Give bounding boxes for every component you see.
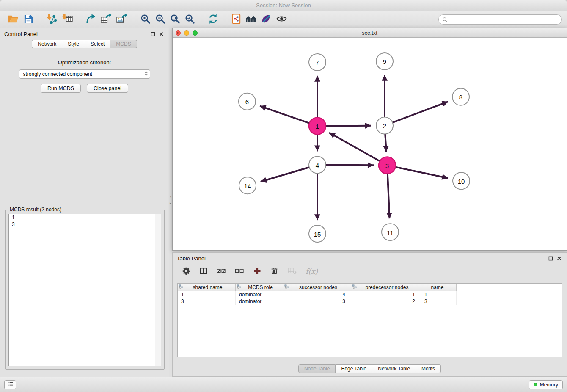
graph-node-3[interactable]: 3 — [379, 157, 396, 174]
export-table-button[interactable] — [98, 12, 114, 27]
column-header-name[interactable]: name — [421, 284, 457, 291]
houses-button[interactable] — [243, 12, 259, 27]
graph-node-6[interactable]: 6 — [239, 93, 256, 110]
zoom-in-button[interactable] — [138, 12, 153, 27]
graph-node-15[interactable]: 15 — [309, 225, 326, 242]
criterion-dropdown[interactable]: strongly connected component — [19, 69, 150, 79]
graph-node-7[interactable]: 7 — [309, 54, 326, 71]
splitter-grip-icon[interactable]: ◂ — [170, 195, 172, 198]
cell-predecessor-nodes[interactable]: 2 — [351, 298, 421, 305]
import-table-button[interactable] — [59, 12, 75, 27]
create-column-button[interactable] — [252, 265, 262, 277]
zoom-selected-button[interactable] — [182, 12, 197, 27]
network-canvas[interactable]: 7968124314101511 — [173, 38, 567, 250]
graph-edge-4-14[interactable] — [261, 167, 310, 182]
column-header-shared-name[interactable]: shared name — [178, 284, 236, 291]
cell-name[interactable]: 3 — [421, 298, 457, 305]
tab-mcds[interactable]: MCDS — [110, 40, 137, 48]
show-column-button[interactable] — [198, 265, 209, 277]
tab-node-table[interactable]: Node Table — [298, 364, 336, 373]
badge-button[interactable] — [259, 12, 274, 27]
cell-mcds-role[interactable]: dominator — [236, 291, 284, 298]
tab-network-table[interactable]: Network Table — [372, 364, 416, 373]
graph-edge-1-2[interactable] — [325, 126, 371, 126]
tab-network[interactable]: Network — [32, 40, 62, 48]
graph-edge-4-3[interactable] — [325, 165, 374, 166]
show-details-button[interactable] — [274, 12, 289, 27]
close-panel-button[interactable]: Close panel — [87, 84, 128, 93]
cell-successor-nodes[interactable]: 4 — [284, 291, 351, 298]
table-panel-header: Table Panel — [173, 253, 567, 264]
search-input[interactable] — [438, 14, 562, 25]
unselect-all-columns-button[interactable] — [234, 265, 245, 277]
float-table-panel-button[interactable] — [547, 255, 554, 262]
delete-column-button[interactable] — [270, 265, 279, 277]
task-history-button[interactable] — [4, 380, 16, 389]
close-table-panel-button[interactable] — [556, 255, 562, 262]
mcds-result-list[interactable]: 1 3 — [8, 214, 161, 366]
column-header-predecessor-nodes[interactable]: predecessor nodes — [351, 284, 421, 291]
tab-edge-table[interactable]: Edge Table — [336, 364, 372, 373]
graph-edge-3-11[interactable] — [388, 173, 390, 218]
svg-text:4: 4 — [316, 162, 319, 169]
graph-node-2[interactable]: 2 — [376, 117, 393, 134]
mcds-result-legend: MCDS result (2 nodes) — [8, 207, 63, 213]
export-image-button[interactable] — [114, 12, 129, 27]
network-window-title: scc.txt — [173, 30, 567, 36]
column-tree-icon — [352, 284, 357, 290]
graph-node-8[interactable]: 8 — [452, 88, 469, 105]
graph-node-4[interactable]: 4 — [309, 156, 326, 173]
splitter-grip-icon[interactable]: ▸ — [170, 202, 172, 204]
graph-edge-2-3[interactable] — [385, 133, 386, 152]
save-session-button[interactable] — [21, 12, 35, 27]
select-all-columns-button[interactable] — [216, 265, 227, 277]
close-panel-icon-button[interactable] — [158, 30, 165, 37]
function-builder-button[interactable]: f(x) — [305, 265, 319, 277]
cell-successor-nodes[interactable]: 3 — [284, 298, 351, 305]
cell-mcds-role[interactable]: dominator — [236, 298, 284, 305]
cell-name[interactable]: 1 — [421, 291, 457, 298]
graph-edge-1-6[interactable] — [260, 106, 310, 123]
table-settings-button[interactable] — [181, 265, 191, 277]
cell-shared-name[interactable]: 3 — [178, 298, 236, 305]
close-window-button[interactable]: × — [176, 30, 181, 36]
table-panel-title: Table Panel — [177, 255, 206, 262]
open-session-button[interactable] — [5, 12, 21, 27]
memory-button[interactable]: Memory — [529, 380, 563, 389]
minimize-window-button[interactable]: − — [184, 30, 189, 36]
tab-motifs[interactable]: Motifs — [416, 364, 441, 373]
zoom-window-button[interactable]: + — [193, 30, 198, 36]
graph-edge-3-1[interactable] — [329, 133, 380, 161]
export-network-button[interactable] — [83, 12, 98, 27]
cell-shared-name[interactable]: 1 — [178, 291, 236, 298]
run-mcds-button[interactable]: Run MCDS — [41, 84, 81, 93]
doc-network-icon — [231, 14, 241, 25]
refresh-view-button[interactable] — [206, 12, 220, 27]
result-scrollbar[interactable] — [155, 214, 161, 366]
delete-table-button[interactable] — [286, 265, 297, 277]
graph-node-10[interactable]: 10 — [453, 172, 470, 189]
table-row[interactable]: 3 dominator 3 2 3 — [178, 298, 562, 305]
node-table[interactable]: shared name MCDS role successor nodes pr… — [177, 283, 562, 357]
toolbar-separator — [75, 19, 83, 19]
tab-select[interactable]: Select — [85, 40, 110, 48]
graph-edge-2-8[interactable] — [392, 102, 448, 123]
control-panel-header: Control Panel — [0, 28, 169, 40]
graph-node-9[interactable]: 9 — [376, 53, 393, 70]
cell-predecessor-nodes[interactable]: 1 — [351, 291, 421, 298]
doc-network-button[interactable] — [229, 12, 243, 27]
graph-node-1[interactable]: 1 — [309, 118, 326, 135]
column-header-successor-nodes[interactable]: successor nodes — [284, 284, 351, 291]
zoom-fit-button[interactable] — [168, 12, 182, 27]
column-header-mcds-role[interactable]: MCDS role — [236, 284, 284, 291]
panel-splitter[interactable]: ◂ ▸ — [169, 28, 172, 377]
float-panel-button[interactable] — [149, 30, 156, 37]
graph-edge-3-10[interactable] — [395, 167, 448, 178]
import-network-button[interactable] — [44, 12, 59, 27]
graph-node-14[interactable]: 14 — [239, 177, 256, 194]
table-row[interactable]: 1 dominator 4 1 1 — [178, 291, 562, 298]
network-graph[interactable]: 7968124314101511 — [173, 38, 567, 250]
zoom-out-button[interactable] — [153, 12, 168, 27]
graph-node-11[interactable]: 11 — [382, 224, 399, 240]
tab-style[interactable]: Style — [62, 40, 85, 48]
